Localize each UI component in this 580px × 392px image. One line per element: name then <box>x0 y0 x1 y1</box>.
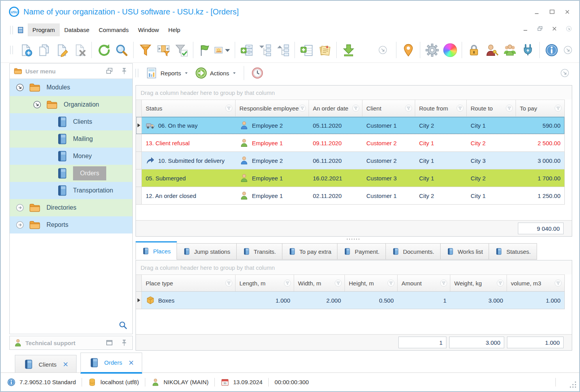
reports-dropdown-button[interactable]: Reports <box>142 65 192 81</box>
filter-apply-button[interactable] <box>172 41 190 59</box>
column-header-responsible-employee[interactable]: Responsible employee <box>236 100 309 116</box>
tab-jump-stations[interactable]: Jump stations <box>177 243 237 260</box>
toolbar-grip[interactable] <box>136 69 138 77</box>
group-by-panel[interactable]: Drag a column header here to group by th… <box>136 86 572 100</box>
funnel-icon[interactable] <box>352 104 360 112</box>
sidebar-item-directories[interactable]: Directories <box>10 199 132 216</box>
table-row[interactable]: 05. SubmergedEmployee 116.02.2021Custome… <box>136 169 565 187</box>
funnel-icon[interactable] <box>387 279 395 287</box>
column-header-weight-kg[interactable]: Weight, kg <box>450 275 507 291</box>
doc-edit-button[interactable] <box>53 41 71 59</box>
doc-new-button[interactable] <box>17 41 35 59</box>
column-header-route-to[interactable]: Route to <box>467 100 516 116</box>
minimize-button[interactable] <box>534 9 540 15</box>
funnel-icon[interactable] <box>554 279 562 287</box>
column-header-amount[interactable]: Amount <box>398 275 450 291</box>
image-preview-button[interactable] <box>214 41 232 59</box>
user-group-button[interactable] <box>501 41 519 59</box>
mdi-close-button[interactable] <box>551 25 558 32</box>
filter-button[interactable] <box>136 41 154 59</box>
menubar-overflow-button[interactable] <box>566 25 572 32</box>
toolbar-overflow-button[interactable] <box>378 45 388 55</box>
funnel-icon[interactable] <box>334 279 343 287</box>
tab-payment-[interactable]: Payment. <box>337 243 385 260</box>
tab-transits-[interactable]: Transits. <box>236 243 282 260</box>
pin-panel-button[interactable] <box>120 67 128 75</box>
maximize-panel-button[interactable] <box>105 339 114 347</box>
funnel-icon[interactable] <box>225 279 233 287</box>
tab-documents-[interactable]: Documents. <box>385 243 441 260</box>
table-row[interactable]: 12. An order closedEmployee 102.11.2020C… <box>136 187 565 205</box>
table-row[interactable]: 13. Client refusalEmployee 109.11.2020Cu… <box>136 134 565 152</box>
column-header-height-m[interactable]: Height, m <box>345 275 398 291</box>
sidebar-item-mailing[interactable]: Mailing <box>10 130 132 148</box>
mdi-restore-button[interactable] <box>537 25 543 32</box>
mdi-minimize-button[interactable] <box>522 25 529 32</box>
sidebar-item-modules[interactable]: Modules <box>10 79 132 96</box>
maximize-button[interactable] <box>549 9 555 15</box>
column-header-route-from[interactable]: Route from <box>415 100 467 116</box>
funnel-icon[interactable] <box>439 279 448 287</box>
column-header-width-m[interactable]: Width, m <box>294 275 345 291</box>
column-header-volume-m3[interactable]: volume, m3 <box>507 275 564 291</box>
search-button[interactable] <box>112 41 130 59</box>
tree-expand-button[interactable] <box>256 41 274 59</box>
flag-button[interactable] <box>196 41 214 59</box>
sidebar-item-reports[interactable]: Reports <box>10 216 132 233</box>
notes-button[interactable] <box>316 41 334 59</box>
close-tab-button[interactable] <box>128 360 134 365</box>
lock-button[interactable] <box>465 41 483 59</box>
info-button[interactable] <box>543 41 560 59</box>
column-header-length-m[interactable]: Length, m <box>236 275 294 291</box>
actions-dropdown-button[interactable]: Actions <box>192 65 240 81</box>
tab-to-pay-extra[interactable]: To pay extra <box>282 243 338 260</box>
column-header-status[interactable]: Status <box>142 100 236 116</box>
color-wheel-button[interactable] <box>441 41 459 59</box>
column-header-to-pay[interactable]: To pay <box>516 100 564 116</box>
funnel-icon[interactable] <box>554 104 562 112</box>
resize-grip[interactable] <box>568 380 577 389</box>
expander-closed-icon[interactable] <box>15 220 25 230</box>
column-header-place-type[interactable]: Place type <box>142 275 236 291</box>
funnel-icon[interactable] <box>404 104 413 112</box>
sidebar-item-orders[interactable]: Orders <box>10 165 132 182</box>
funnel-icon[interactable] <box>505 104 514 112</box>
group-by-panel[interactable]: Drag a column header here to group by th… <box>136 260 572 274</box>
table-add-button[interactable] <box>298 41 316 59</box>
refresh-button[interactable] <box>95 41 112 59</box>
menu-item-help[interactable]: Help <box>164 23 185 36</box>
tab-statuses-[interactable]: Statuses. <box>489 243 537 260</box>
expander-open-icon[interactable] <box>32 100 42 109</box>
tab-works-list[interactable]: Works list <box>440 243 489 260</box>
plug-button[interactable] <box>519 41 537 59</box>
user-key-button[interactable] <box>483 41 501 59</box>
map-pin-button[interactable] <box>399 41 417 59</box>
funnel-icon[interactable] <box>298 104 307 112</box>
menu-item-commands[interactable]: Commands <box>94 23 134 36</box>
table-row[interactable]: 06. On the wayEmployee 205.11.2020Custom… <box>136 117 565 134</box>
toolbar-overflow-button[interactable] <box>563 45 573 55</box>
menu-item-database[interactable]: Database <box>60 23 94 36</box>
funnel-icon[interactable] <box>456 104 464 112</box>
clock-button[interactable] <box>248 65 267 81</box>
menu-item-program[interactable]: Program <box>28 23 60 36</box>
menu-item-window[interactable]: Window <box>133 23 163 36</box>
sidebar-item-clients[interactable]: Clients <box>10 113 132 130</box>
toolbar-grip[interactable] <box>10 46 13 54</box>
window-tab-clients[interactable]: Clients <box>15 355 77 374</box>
download-button[interactable] <box>339 41 357 59</box>
close-button[interactable] <box>564 9 571 15</box>
funnel-icon[interactable] <box>496 279 505 287</box>
expander-open-icon[interactable] <box>15 83 25 92</box>
row-add-button[interactable] <box>238 41 256 59</box>
sidebar-item-organization[interactable]: Organization <box>10 96 132 113</box>
expander-closed-icon[interactable] <box>15 203 25 212</box>
tab-places[interactable]: Places <box>136 241 177 260</box>
filter-columns-button[interactable] <box>154 41 172 59</box>
horizontal-splitter[interactable] <box>136 237 572 241</box>
column-header-client[interactable]: Client <box>362 100 415 116</box>
sidebar-item-transportation[interactable]: Transportation <box>10 182 132 199</box>
funnel-icon[interactable] <box>225 104 233 112</box>
sidebar-item-money[interactable]: Money <box>10 148 132 165</box>
settings-gear-button[interactable] <box>423 41 441 59</box>
